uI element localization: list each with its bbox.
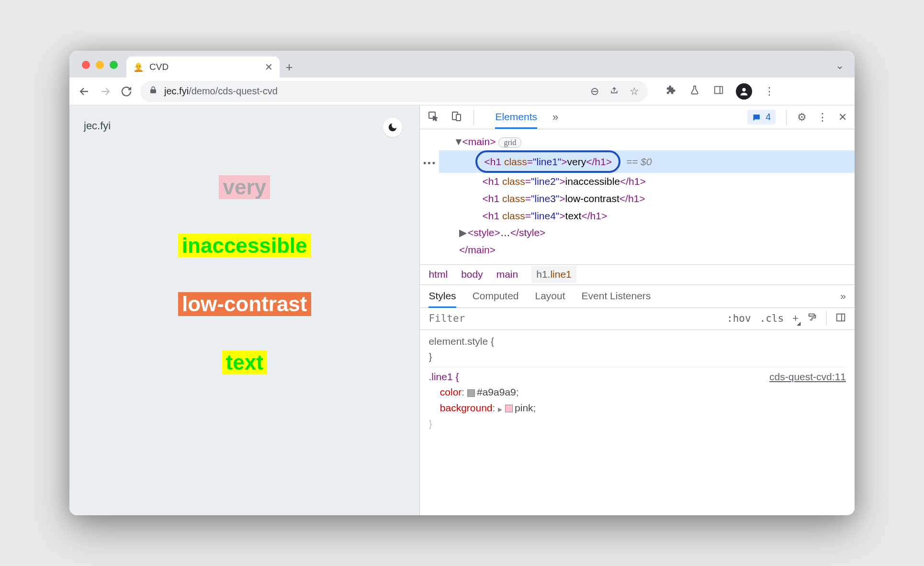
color-swatch[interactable]: [467, 389, 475, 397]
svg-rect-4: [456, 114, 461, 121]
demo-lines: very inaccessible low-contrast text: [84, 175, 405, 374]
tab-elements[interactable]: Elements: [495, 111, 537, 129]
tab-styles[interactable]: Styles: [428, 290, 456, 308]
inspect-icon[interactable]: [428, 111, 439, 124]
styles-tabs: Styles Computed Layout Event Listeners »: [420, 285, 855, 308]
tabs-dropdown-icon[interactable]: ⌄: [835, 59, 855, 78]
grid-badge[interactable]: grid: [498, 137, 521, 147]
device-toggle-icon[interactable]: [451, 111, 462, 124]
paint-icon[interactable]: [807, 312, 818, 325]
source-link[interactable]: cds-quest-cvd:11: [769, 369, 846, 385]
kebab-icon[interactable]: ⋮: [817, 111, 828, 124]
address-bar[interactable]: jec.fyi/demo/cds-quest-cvd ⊖ ☆: [140, 81, 648, 102]
color-swatch[interactable]: [505, 405, 513, 412]
styles-filter-input[interactable]: [428, 313, 718, 324]
tab-strip: 🧑‍🦲 CVD ✕ + ⌄: [69, 51, 855, 78]
close-window-button[interactable]: [82, 61, 90, 69]
styles-filter-row: :hov .cls +◢: [420, 308, 855, 330]
menu-icon[interactable]: ⋮: [763, 85, 776, 98]
crumb-body[interactable]: body: [461, 269, 483, 280]
crumb-current[interactable]: h1.line1: [531, 266, 576, 283]
node-actions-icon[interactable]: •••: [423, 155, 436, 172]
issues-badge[interactable]: 4: [747, 110, 776, 125]
tab-computed[interactable]: Computed: [473, 290, 519, 302]
dom-node[interactable]: <h1 class="line3">low-contrast</h1>: [434, 190, 847, 207]
css-rules[interactable]: element.style { } .line1 { cds-quest-cvd…: [420, 330, 855, 435]
browser-window: 🧑‍🦲 CVD ✕ + ⌄ jec.fyi/demo/cds-quest-cvd…: [69, 51, 855, 515]
close-tab-button[interactable]: ✕: [265, 61, 273, 73]
browser-tab[interactable]: 🧑‍🦲 CVD ✕: [126, 57, 280, 78]
labs-icon[interactable]: [688, 85, 701, 98]
hov-toggle[interactable]: :hov: [727, 313, 751, 324]
browser-toolbar: jec.fyi/demo/cds-quest-cvd ⊖ ☆ ⋮: [69, 78, 855, 105]
extensions-icon[interactable]: [664, 85, 677, 98]
cls-toggle[interactable]: .cls: [760, 313, 784, 324]
sidepanel-icon[interactable]: [712, 85, 725, 98]
dark-mode-toggle[interactable]: [383, 118, 402, 137]
reload-button[interactable]: [119, 84, 134, 99]
maximize-window-button[interactable]: [110, 61, 118, 69]
dom-node[interactable]: ▶<style>…</style>: [434, 224, 847, 241]
bookmark-icon[interactable]: ☆: [630, 85, 639, 98]
favicon-icon: 🧑‍🦲: [133, 62, 144, 72]
tab-layout[interactable]: Layout: [535, 290, 565, 302]
new-tab-button[interactable]: +: [280, 60, 299, 78]
new-rule-button[interactable]: +◢: [792, 312, 799, 325]
settings-icon[interactable]: ⚙: [797, 111, 807, 124]
line-2: inaccessible: [178, 234, 311, 258]
forward-button[interactable]: [98, 84, 113, 99]
back-button[interactable]: [77, 84, 91, 99]
css-declaration[interactable]: color: #a9a9a9;: [428, 385, 846, 400]
line-1: very: [219, 175, 270, 199]
css-rule-header[interactable]: .line1 { cds-quest-cvd:11: [428, 367, 846, 385]
more-tabs-icon[interactable]: »: [552, 111, 558, 124]
line-3: low-contrast: [178, 292, 311, 316]
content-area: jec.fyi very inaccessible low-contrast t…: [69, 105, 855, 515]
computed-sidebar-icon[interactable]: [835, 312, 846, 325]
breadcrumb: html body main h1.line1: [420, 265, 855, 285]
zoom-icon[interactable]: ⊖: [590, 85, 599, 98]
svg-rect-0: [715, 86, 723, 93]
svg-rect-5: [837, 314, 845, 321]
tab-event-listeners[interactable]: Event Listeners: [582, 290, 651, 302]
dom-node[interactable]: <h1 class="line4">text</h1>: [434, 207, 847, 225]
lock-icon: [149, 86, 158, 97]
devtools-panel: Elements » 4 ⚙ ⋮ ✕ ▼<main>grid ••• <h1 c…: [419, 105, 855, 515]
toolbar-right: ⋮: [664, 83, 776, 100]
tab-title: CVD: [149, 62, 259, 72]
crumb-html[interactable]: html: [428, 269, 448, 280]
element-style-rule[interactable]: element.style {: [428, 334, 846, 350]
css-declaration[interactable]: background: ▶ pink;: [428, 400, 846, 416]
svg-point-1: [742, 88, 745, 91]
crumb-main[interactable]: main: [496, 269, 518, 280]
more-styles-tabs-icon[interactable]: »: [840, 290, 846, 302]
url-path: /demo/cds-quest-cvd: [189, 86, 278, 96]
selected-node[interactable]: ••• <h1 class="line1">very</h1> == $0: [420, 150, 855, 173]
dom-node[interactable]: <h1 class="line2">inaccessible</h1>: [434, 173, 847, 190]
minimize-window-button[interactable]: [96, 61, 104, 69]
devtools-tabs: Elements: [495, 111, 537, 123]
site-brand: jec.fyi: [84, 120, 405, 132]
dom-tree[interactable]: ▼<main>grid ••• <h1 class="line1">very</…: [420, 129, 855, 265]
dom-node[interactable]: </main>: [434, 241, 847, 259]
profile-avatar[interactable]: [736, 83, 752, 100]
url-domain: jec.fyi: [164, 86, 189, 96]
window-controls: [77, 61, 126, 78]
devtools-toolbar: Elements » 4 ⚙ ⋮ ✕: [420, 105, 855, 129]
close-devtools-icon[interactable]: ✕: [838, 111, 847, 124]
line-4: text: [222, 351, 267, 374]
share-icon[interactable]: [609, 85, 619, 98]
webpage: jec.fyi very inaccessible low-contrast t…: [69, 105, 419, 515]
